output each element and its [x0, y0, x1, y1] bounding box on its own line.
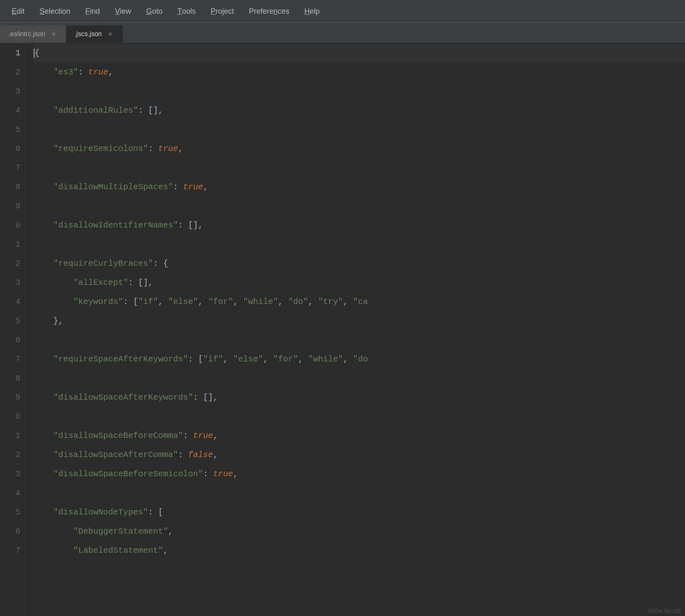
code-line-11 — [33, 235, 685, 254]
code-line-15: }, — [33, 312, 685, 331]
code-line-24 — [33, 484, 685, 503]
code-line-26: "DebuggerStatement", — [33, 522, 685, 541]
tab-bar: .eslintrc.json ✕ .jscs.json ✕ — [0, 23, 685, 44]
code-line-7 — [33, 158, 685, 178]
menu-help[interactable]: Help — [297, 0, 327, 22]
bottom-label: ©SDN ©js:103 — [648, 608, 681, 614]
code-line-14: "keywords": ["if", "else", "for", "while… — [33, 292, 685, 312]
code-line-20 — [33, 407, 685, 426]
code-line-1: { — [33, 44, 685, 63]
code-line-27: "LabeledStatement", — [33, 541, 685, 560]
code-line-18 — [33, 369, 685, 388]
code-line-13: "allExcept": [], — [33, 273, 685, 292]
menu-preferences[interactable]: Preferences — [241, 0, 297, 22]
menu-view[interactable]: View — [107, 0, 139, 22]
tab-jscs-label: .jscs.json — [74, 30, 102, 38]
tab-eslintrc[interactable]: .eslintrc.json ✕ — [0, 25, 66, 43]
editor-area: 1 2 3 4 5 6 7 8 9 0 1 2 3 4 5 6 7 8 9 0 … — [0, 44, 685, 616]
code-line-10: "disallowIdentifierNames": [], — [33, 216, 685, 235]
code-line-25: "disallowNodeTypes": [ — [33, 503, 685, 522]
menu-find[interactable]: Find — [78, 0, 107, 22]
code-line-2: "es3": true, — [33, 63, 685, 82]
code-line-12: "requireCurlyBraces": { — [33, 254, 685, 273]
tab-jscs[interactable]: .jscs.json ✕ — [66, 25, 123, 43]
menu-goto[interactable]: Goto — [139, 0, 170, 22]
menu-edit[interactable]: Edit — [4, 0, 32, 22]
code-line-9 — [33, 197, 685, 216]
menu-project[interactable]: Project — [203, 0, 241, 22]
menu-selection[interactable]: Selection — [32, 0, 78, 22]
tab-jscs-close[interactable]: ✕ — [106, 30, 114, 38]
code-content[interactable]: { "es3": true, "additionalRules": [], "r… — [25, 44, 685, 616]
code-line-21: "disallowSpaceBeforeComma": true, — [33, 426, 685, 445]
code-line-16 — [33, 331, 685, 350]
menu-bar: Edit Selection Find View Goto Tools Proj… — [0, 0, 685, 23]
code-line-5 — [33, 120, 685, 139]
code-line-4: "additionalRules": [], — [33, 101, 685, 120]
code-line-22: "disallowSpaceAfterComma": false, — [33, 445, 685, 465]
code-line-17: "requireSpaceAfterKeywords": ["if", "els… — [33, 350, 685, 369]
code-line-23: "disallowSpaceBeforeSemicolon": true, — [33, 465, 685, 484]
menu-tools[interactable]: Tools — [170, 0, 203, 22]
tab-eslintrc-close[interactable]: ✕ — [50, 30, 58, 38]
line-numbers: 1 2 3 4 5 6 7 8 9 0 1 2 3 4 5 6 7 8 9 0 … — [0, 44, 25, 616]
tab-eslintrc-label: .eslintrc.json — [8, 30, 45, 38]
code-line-8: "disallowMultipleSpaces": true, — [33, 178, 685, 197]
code-line-3 — [33, 82, 685, 101]
code-line-6: "requireSemicolons": true, — [33, 139, 685, 158]
code-line-19: "disallowSpaceAfterKeywords": [], — [33, 388, 685, 407]
